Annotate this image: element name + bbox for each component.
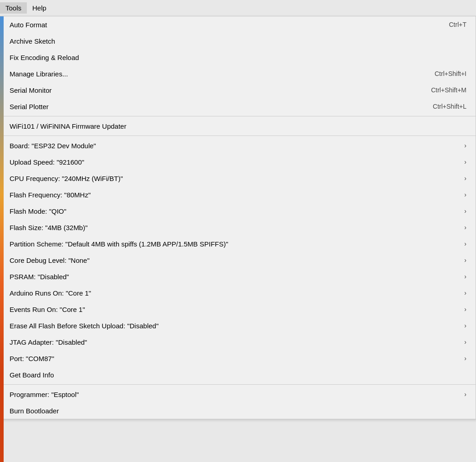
menu-item-partition-scheme[interactable]: Partition Scheme: "Default 4MB with spif… bbox=[0, 236, 476, 252]
menu-item-upload-speed[interactable]: Upload Speed: "921600" › bbox=[0, 154, 476, 170]
menu-item-programmer[interactable]: Programmer: "Esptool" › bbox=[0, 386, 476, 402]
left-accent-decoration bbox=[0, 16, 4, 462]
menu-item-serial-plotter[interactable]: Serial Plotter Ctrl+Shift+L bbox=[0, 98, 476, 115]
arrow-icon-flash-mode: › bbox=[464, 207, 466, 215]
menu-item-archive-sketch[interactable]: Archive Sketch bbox=[0, 33, 476, 49]
divider-1 bbox=[0, 116, 476, 116]
menu-help[interactable]: Help bbox=[27, 2, 52, 14]
menu-item-serial-monitor[interactable]: Serial Monitor Ctrl+Shift+M bbox=[0, 82, 476, 98]
arrow-icon-events-run-on: › bbox=[464, 306, 466, 313]
menu-item-erase-flash[interactable]: Erase All Flash Before Sketch Upload: "D… bbox=[0, 317, 476, 334]
menu-item-flash-size[interactable]: Flash Size: "4MB (32Mb)" › bbox=[0, 219, 476, 236]
arrow-icon-upload-speed: › bbox=[464, 158, 466, 166]
arrow-icon-cpu-frequency: › bbox=[464, 175, 466, 182]
arrow-icon-core-debug-level: › bbox=[464, 256, 466, 264]
arrow-icon-flash-size: › bbox=[464, 224, 466, 231]
divider-2 bbox=[0, 136, 476, 136]
arrow-icon-flash-frequency: › bbox=[464, 191, 466, 198]
menu-item-burn-bootloader[interactable]: Burn Bootloader bbox=[0, 402, 476, 419]
menu-tools[interactable]: Tools bbox=[0, 2, 27, 14]
menu-item-auto-format[interactable]: Auto Format Ctrl+T bbox=[0, 16, 476, 33]
menu-item-fix-encoding[interactable]: Fix Encoding & Reload bbox=[0, 49, 476, 65]
arrow-icon-erase-flash: › bbox=[464, 322, 466, 329]
menu-item-cpu-frequency[interactable]: CPU Frequency: "240MHz (WiFi/BT)" › bbox=[0, 170, 476, 186]
arrow-icon-psram: › bbox=[464, 273, 466, 280]
menu-item-wifi-firmware[interactable]: WiFi101 / WiFiNINA Firmware Updater bbox=[0, 118, 476, 134]
arrow-icon-port: › bbox=[464, 355, 466, 362]
menu-item-flash-mode[interactable]: Flash Mode: "QIO" › bbox=[0, 203, 476, 219]
arrow-icon-arduino-runs-on: › bbox=[464, 289, 466, 296]
menu-item-flash-frequency[interactable]: Flash Frequency: "80MHz" › bbox=[0, 186, 476, 203]
menu-item-core-debug-level[interactable]: Core Debug Level: "None" › bbox=[0, 252, 476, 268]
menu-item-manage-libraries[interactable]: Manage Libraries... Ctrl+Shift+I bbox=[0, 65, 476, 82]
divider-3 bbox=[0, 384, 476, 385]
menu-item-get-board-info[interactable]: Get Board Info bbox=[0, 367, 476, 383]
menu-item-board[interactable]: Board: "ESP32 Dev Module" › bbox=[0, 137, 476, 154]
arrow-icon-programmer: › bbox=[464, 391, 466, 398]
menu-bar: Tools Help bbox=[0, 0, 476, 16]
menu-item-arduino-runs-on[interactable]: Arduino Runs On: "Core 1" › bbox=[0, 285, 476, 301]
arrow-icon-jtag-adapter: › bbox=[464, 338, 466, 346]
menu-item-events-run-on[interactable]: Events Run On: "Core 1" › bbox=[0, 301, 476, 317]
menu-item-psram[interactable]: PSRAM: "Disabled" › bbox=[0, 268, 476, 285]
menu-item-port[interactable]: Port: "COM87" › bbox=[0, 350, 476, 367]
menu-item-jtag-adapter[interactable]: JTAG Adapter: "Disabled" › bbox=[0, 334, 476, 350]
arrow-icon-board: › bbox=[464, 142, 466, 149]
arrow-icon-partition-scheme: › bbox=[464, 240, 466, 247]
tools-dropdown-menu: Auto Format Ctrl+T Archive Sketch Fix En… bbox=[0, 16, 476, 419]
